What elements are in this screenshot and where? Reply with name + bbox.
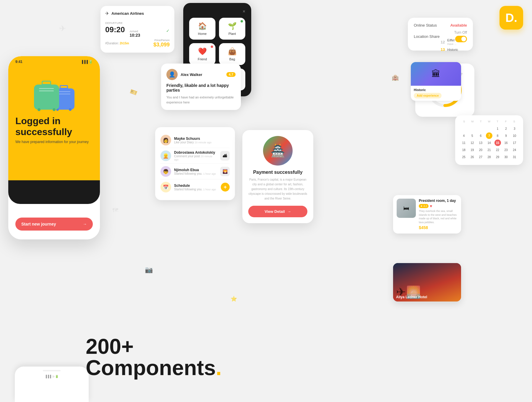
historic-image: 🏛 — [411, 62, 461, 86]
flight-times: 09:20 Arrived 10:23 ✓ — [105, 25, 170, 38]
top-right-items: 12 Eiffel Have ... 13 Historic — [441, 38, 458, 52]
component-count: 200+ — [86, 336, 222, 357]
notif-avatar-4: 📅 — [160, 182, 171, 192]
departure-label: Departure — [105, 22, 123, 25]
notif-thumb-2: 🏙 — [220, 151, 230, 161]
toggle-off-label: Turn Off — [454, 30, 467, 35]
calendar-header: S M T W T F S — [460, 120, 518, 123]
president-room-card: 🛏 President room, 1 day ★ 4.2 ♥ They ove… — [393, 195, 461, 234]
notif-content-1: Mayke Schuurs Like your Diary 20 minute … — [174, 137, 230, 144]
heart-icon: ♥ — [430, 204, 432, 208]
component-label: Components. — [86, 357, 222, 378]
red-dot-indicator — [211, 46, 213, 48]
airline-row: ✈ American Airlines — [105, 11, 170, 16]
phone-bottom-section: Start new journey → — [8, 180, 100, 239]
close-button[interactable]: × — [189, 9, 245, 14]
arrived-col: Arrived 10:23 — [130, 30, 140, 38]
notif-avatar-2: 👱 — [160, 150, 171, 161]
star-rating: 4.7 — [226, 72, 236, 77]
app-icon-home[interactable]: 🏠 Home — [189, 18, 215, 40]
review-text: You and I have had an extremely unforget… — [166, 95, 236, 105]
review-title: Friendly, likable and a lot happy partie… — [166, 83, 236, 93]
duration-text: #Duration: 2h15m — [105, 42, 129, 45]
payment-description: Paris, France's capital, is a major Euro… — [248, 177, 307, 201]
deco-camera-icon: 📷 — [145, 266, 153, 274]
airline-name: American Airlines — [111, 11, 144, 16]
historic-card: 🏛 Historic Add experience — [411, 62, 461, 101]
dark-wave — [8, 180, 100, 204]
phone-top-section: 9:41 ▐▐▐ 🔋 — [8, 56, 100, 180]
app-icon-bag[interactable]: 👜 Bag — [219, 43, 245, 65]
notif-content-2: Dobroslawa Antokolskiy Comment your post… — [174, 150, 217, 161]
today[interactable]: 15 — [494, 140, 501, 146]
notif-avatar-1: 👩 — [160, 135, 171, 145]
main-phone: 9:41 ▐▐▐ 🔋 — [8, 56, 100, 239]
status-bar: 9:41 ▐▐▐ 🔋 — [8, 56, 100, 64]
reviewer-row: 👤 Alex Walker 4.7 — [166, 69, 236, 80]
aliya-hotel-card: ✈🌅 Aliya Ledner Hotel — [393, 263, 461, 302]
app-logo: D. — [499, 6, 523, 30]
notif-content-3: Njimoluh Ebua Started following you. 1 h… — [174, 168, 217, 175]
plus-button[interactable]: + — [221, 183, 230, 192]
phone-time: 9:41 — [15, 60, 22, 64]
location-label: Location Share — [414, 34, 439, 39]
phone-notch — [43, 370, 61, 371]
payment-card: 🏯 Payment successfully Paris, France's c… — [242, 130, 313, 223]
online-status-value: Available — [450, 23, 467, 27]
payment-image: 🏯 — [263, 136, 293, 166]
app-icon-plant[interactable]: 🌱 Plant — [219, 18, 245, 40]
departure-time: 09:20 — [105, 25, 125, 34]
new-journey-button[interactable]: Start new journey → — [15, 218, 93, 231]
view-detail-button[interactable]: View Detail → — [248, 206, 307, 217]
deco-map-icon: 🗺 — [112, 207, 118, 214]
deco-star-icon: ⭐ — [231, 296, 237, 302]
eiffel-item: 12 Eiffel Have ... — [441, 38, 458, 46]
notif-item-2: 👱 Dobroslawa Antokolskiy Comment your po… — [160, 148, 230, 164]
president-rating: ★ 4.2 ♥ — [419, 204, 458, 208]
calendar-card: S M T W T F S 1 2 3 4 5 6 7 8 9 10 11 12… — [455, 115, 523, 165]
review-card: 👤 Alex Walker 4.7 Friendly, likable and … — [161, 64, 241, 110]
deco-plane-icon: ✈ — [59, 24, 66, 33]
deco-hotel-icon: 🏨 — [392, 74, 399, 81]
notif-avatar-3: 👦 — [160, 166, 171, 177]
notification-card: 👩 Mayke Schuurs Like your Diary 20 minut… — [155, 127, 235, 200]
president-room-info: President room, 1 day ★ 4.2 ♥ They overl… — [419, 199, 458, 230]
selected-day[interactable]: 7 — [486, 132, 492, 139]
suitcase-green — [34, 85, 59, 110]
notif-item-1: 👩 Mayke Schuurs Like your Diary 20 minut… — [160, 132, 230, 148]
calendar-grid: 1 2 3 4 5 6 7 8 9 10 11 12 13 14 15 16 1… — [460, 125, 518, 160]
app-icon-friend[interactable]: ❤️ Friend — [189, 43, 215, 65]
reviewer-avatar: 👤 — [166, 69, 178, 80]
aliya-hotel-image: ✈🌅 Aliya Ledner Hotel — [393, 263, 461, 302]
add-experience-button[interactable]: Add experience — [414, 93, 442, 98]
small-phone: ▐▐▐ ⊃ 🔋 — [15, 367, 89, 402]
logged-text: Logged in successfully We have prepared … — [8, 110, 100, 144]
small-phone-status: ▐▐▐ ⊃ 🔋 — [45, 375, 59, 378]
green-dot-indicator — [241, 20, 243, 22]
price-col: Price/Person $3,099 — [153, 39, 170, 48]
payment-title: Payment successfully — [248, 170, 307, 175]
notif-content-4: Schedule Started following you. 1 hour a… — [174, 184, 218, 191]
reviewer-name: Alex Walker — [181, 72, 202, 77]
notif-thumb-3: 🌄 — [220, 167, 230, 176]
notif-item-4: 📅 Schedule Started following you. 1 hour… — [160, 179, 230, 195]
historic-item: 13 Historic — [441, 47, 458, 52]
plane-icon: ✈ — [105, 11, 109, 16]
online-status-row: Online Status Available — [414, 23, 467, 27]
president-room-image: 🛏 — [397, 199, 416, 218]
signal-icons: ▐▐▐ 🔋 — [81, 60, 93, 64]
duration-row: #Duration: 2h15m Price/Person $3,099 — [105, 39, 170, 48]
notif-item-3: 👦 Njimoluh Ebua Started following you. 1… — [160, 164, 230, 179]
historic-info: Historic Add experience — [411, 86, 461, 101]
luggage-illustration — [8, 64, 100, 110]
check-icon: ✓ — [166, 28, 170, 33]
components-text: 200+ Components. — [86, 336, 222, 378]
online-status-label: Online Status — [414, 23, 437, 27]
flight-card: ✈ American Airlines Departure 09:20 Arri… — [100, 6, 174, 53]
